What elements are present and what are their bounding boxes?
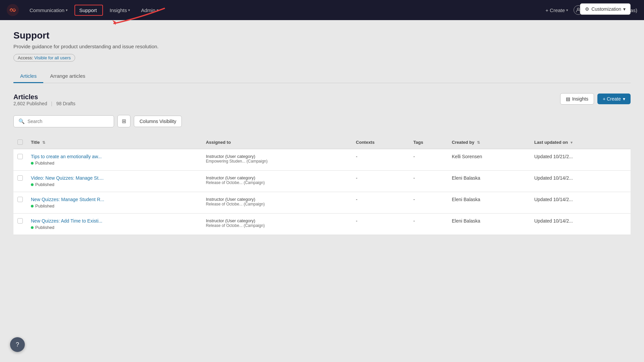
col-tags: Tags <box>409 135 448 149</box>
row-checkbox-0[interactable] <box>17 154 23 159</box>
col-contexts: Contexts <box>352 135 409 149</box>
communication-chevron-icon: ▾ <box>66 8 68 12</box>
select-all-checkbox[interactable] <box>17 139 23 145</box>
page-title: Support <box>13 30 631 41</box>
article-status-0: Published <box>31 161 198 166</box>
article-link-0[interactable]: Tips to create an emotionally aw... <box>31 154 198 159</box>
article-status-1: Published <box>31 182 198 187</box>
created-by-1: Eleni Balaska <box>448 171 530 192</box>
contexts-2: - <box>352 192 409 214</box>
created-sort-icon: ⇅ <box>477 140 480 144</box>
created-by-2: Eleni Balaska <box>448 192 530 214</box>
assigned-primary-0: Instructor (User category) <box>206 154 348 159</box>
gear-icon: ⚙ <box>585 6 589 12</box>
create-article-button[interactable]: + Create ▾ <box>597 94 631 104</box>
table-row: New Quizzes: Add Time to Existi... Publi… <box>13 214 631 235</box>
help-button[interactable]: ? <box>10 337 25 352</box>
assigned-secondary-0: Empowering Studen... (Campaign) <box>206 159 348 164</box>
articles-actions: ▤ Insights + Create ▾ <box>560 93 631 105</box>
tab-arrange-articles[interactable]: Arrange articles <box>43 70 92 83</box>
contexts-0: - <box>352 149 409 171</box>
tags-2: - <box>409 192 448 214</box>
assigned-primary-1: Instructor (User category) <box>206 175 348 180</box>
title-sort-icon: ⇅ <box>42 140 45 144</box>
article-status-2: Published <box>31 203 198 208</box>
col-assigned: Assigned to <box>202 135 352 149</box>
page-description: Provide guidance for product understandi… <box>13 44 631 49</box>
articles-table: Title ⇅ Assigned to Contexts Tags Create… <box>13 135 631 235</box>
last-updated-2: Updated 10/14/2... <box>530 192 631 214</box>
tabs-container: Articles Arrange articles <box>13 70 631 83</box>
assigned-secondary-3: Release of Octobe... (Campaign) <box>206 223 348 228</box>
assigned-primary-2: Instructor (User category) <box>206 197 348 202</box>
row-checkbox-1[interactable] <box>17 175 23 181</box>
article-link-3[interactable]: New Quizzes: Add Time to Existi... <box>31 218 198 224</box>
logo[interactable] <box>7 4 19 16</box>
published-dot-0 <box>31 162 34 165</box>
bar-chart-icon: ▤ <box>566 96 570 102</box>
published-dot-3 <box>31 226 34 229</box>
nav-communication[interactable]: Communication ▾ <box>25 5 72 15</box>
assigned-secondary-1: Release of Octobe... (Campaign) <box>206 180 348 185</box>
published-dot-1 <box>31 183 34 186</box>
article-status-3: Published <box>31 225 198 230</box>
tags-3: - <box>409 214 448 235</box>
svg-point-1 <box>577 8 579 10</box>
filter-icon: ⊞ <box>122 118 126 124</box>
created-by-0: Kelli Sorensen <box>448 149 530 171</box>
contexts-1: - <box>352 171 409 192</box>
article-link-2[interactable]: New Quizzes: Manage Student R... <box>31 197 198 202</box>
top-navigation: Communication ▾ Support Insights ▾ Admin… <box>0 0 644 20</box>
contexts-3: - <box>352 214 409 235</box>
col-created-by[interactable]: Created by ⇅ <box>448 135 530 149</box>
tags-1: - <box>409 171 448 192</box>
filter-button[interactable]: ⊞ <box>117 115 130 127</box>
last-updated-0: Updated 10/21/2... <box>530 149 631 171</box>
main-content: ⚙ Customization ▾ Support Provide guidan… <box>0 20 644 362</box>
nav-support[interactable]: Support <box>74 5 103 16</box>
columns-visibility-button[interactable]: Columns Visibility <box>134 116 182 127</box>
table-row: Video: New Quizzes: Manage St.... Publis… <box>13 171 631 192</box>
search-input[interactable] <box>28 119 109 124</box>
row-checkbox-2[interactable] <box>17 197 23 202</box>
customization-button[interactable]: ⚙ Customization ▾ <box>580 3 631 15</box>
access-badge: Access: Visible for all users <box>13 54 75 62</box>
table-row: Tips to create an emotionally aw... Publ… <box>13 149 631 171</box>
nav-insights[interactable]: Insights ▾ <box>106 5 135 15</box>
insights-chevron-icon: ▾ <box>128 8 130 12</box>
insights-button[interactable]: ▤ Insights <box>560 93 594 105</box>
assigned-primary-3: Instructor (User category) <box>206 218 348 223</box>
nav-create-button[interactable]: + Create ▾ <box>545 7 568 13</box>
assigned-secondary-2: Release of Octobe... (Campaign) <box>206 202 348 206</box>
published-dot-2 <box>31 205 34 207</box>
last-updated-3: Updated 10/14/2... <box>530 214 631 235</box>
create-chevron-icon: ▾ <box>566 8 568 12</box>
article-link-1[interactable]: Video: New Quizzes: Manage St.... <box>31 175 198 181</box>
admin-chevron-icon: ▾ <box>157 8 159 12</box>
create-chevron-icon: ▾ <box>623 96 625 102</box>
articles-subtitle: 2,602 Published | 98 Drafts <box>13 101 75 106</box>
table-row: New Quizzes: Manage Student R... Publish… <box>13 192 631 214</box>
search-box[interactable]: 🔍 <box>13 115 114 127</box>
last-updated-sort-icon: ▾ <box>571 140 573 144</box>
articles-title: Articles <box>13 93 75 101</box>
col-last-updated[interactable]: Last updated on ▾ <box>530 135 631 149</box>
customization-chevron-icon: ▾ <box>623 6 626 12</box>
search-icon: 🔍 <box>18 118 25 124</box>
filters-bar: 🔍 ⊞ Columns Visibility <box>13 115 631 127</box>
tags-0: - <box>409 149 448 171</box>
tab-articles[interactable]: Articles <box>13 70 43 83</box>
row-checkbox-3[interactable] <box>17 218 23 224</box>
col-title[interactable]: Title ⇅ <box>27 135 202 149</box>
nav-admin[interactable]: Admin ▾ <box>137 5 163 15</box>
last-updated-1: Updated 10/14/2... <box>530 171 631 192</box>
articles-header: Articles 2,602 Published | 98 Drafts ▤ I… <box>13 93 631 113</box>
created-by-3: Eleni Balaska <box>448 214 530 235</box>
articles-section: Articles 2,602 Published | 98 Drafts ▤ I… <box>13 93 631 235</box>
